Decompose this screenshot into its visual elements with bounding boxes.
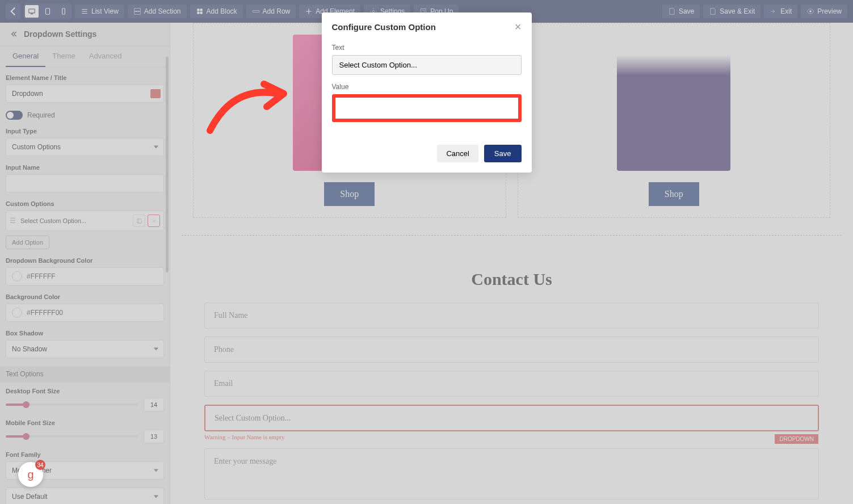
value-input-highlight bbox=[332, 94, 522, 122]
close-icon[interactable]: × bbox=[515, 20, 522, 33]
configure-option-modal: Configure Custom Option × Text Value Can… bbox=[322, 12, 532, 173]
modal-save-button[interactable]: Save bbox=[484, 145, 522, 162]
help-badge-count: 34 bbox=[35, 460, 45, 470]
value-input[interactable] bbox=[342, 103, 511, 114]
text-input[interactable] bbox=[332, 55, 522, 75]
cancel-button[interactable]: Cancel bbox=[437, 145, 478, 162]
value-field-label: Value bbox=[332, 83, 522, 91]
help-badge-icon: g bbox=[27, 468, 33, 481]
help-badge[interactable]: g 34 bbox=[18, 462, 43, 487]
text-field-label: Text bbox=[332, 44, 522, 52]
modal-title: Configure Custom Option bbox=[332, 22, 436, 32]
